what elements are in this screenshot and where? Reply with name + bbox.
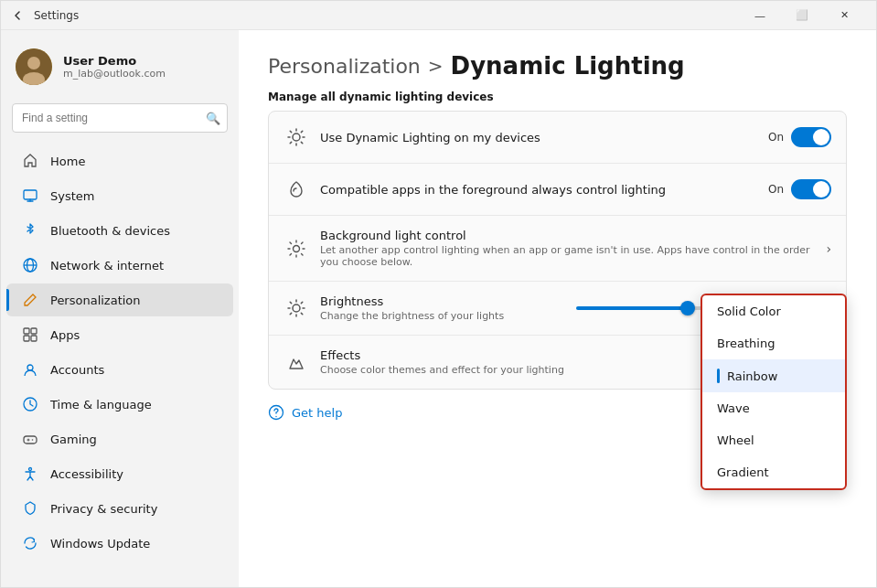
setting-background-light: Background light control Let another app… — [269, 216, 846, 282]
dropdown-rainbow[interactable]: Rainbow — [702, 359, 845, 392]
background-light-label: Background light control — [320, 229, 818, 242]
nav-time-label: Time & language — [50, 398, 152, 412]
nav-network-label: Network & internet — [50, 259, 164, 273]
breadcrumb-current: Dynamic Lighting — [451, 52, 685, 80]
nav-accessibility-label: Accessibility — [50, 467, 123, 481]
use-dynamic-label: Use Dynamic Lighting on my devices — [320, 131, 768, 144]
user-name: User Demo — [63, 54, 166, 68]
time-icon — [21, 395, 39, 413]
use-dynamic-toggle-label: On — [768, 131, 784, 144]
background-light-icon — [283, 236, 309, 262]
nav-accounts[interactable]: Accounts — [6, 353, 233, 386]
nav-bluetooth[interactable]: Bluetooth & devices — [6, 214, 233, 247]
main-layout: User Demo m_lab@outlook.com 🔍 Home — [1, 30, 876, 587]
svg-rect-3 — [24, 190, 37, 199]
nav-personalization-label: Personalization — [50, 294, 141, 307]
brightness-text: Brightness Change the brightness of your… — [320, 294, 576, 322]
search-input[interactable] — [12, 103, 228, 133]
brightness-icon — [283, 295, 309, 321]
svg-point-10 — [27, 365, 33, 370]
svg-rect-12 — [24, 436, 37, 444]
dropdown-breathing[interactable]: Breathing — [702, 327, 845, 359]
window-controls: — ⬜ ✕ — [739, 1, 865, 30]
dropdown-rainbow-label: Rainbow — [727, 369, 777, 383]
use-dynamic-toggle[interactable] — [791, 127, 831, 147]
nav-network[interactable]: Network & internet — [6, 249, 233, 282]
svg-point-16 — [294, 245, 300, 251]
minimize-button[interactable]: — — [739, 1, 781, 30]
breadcrumb-arrow: > — [428, 55, 444, 77]
settings-window: Settings — ⬜ ✕ User Demo m_l — [0, 0, 877, 588]
nav-accounts-label: Accounts — [50, 363, 104, 377]
use-dynamic-control: On — [768, 127, 831, 147]
background-light-chevron[interactable]: › — [826, 241, 831, 256]
dropdown-solid-color-label: Solid Color — [717, 305, 781, 318]
background-light-desc: Let another app control lighting when an… — [320, 244, 818, 268]
back-button[interactable] — [12, 8, 27, 23]
dropdown-wave[interactable]: Wave — [702, 392, 845, 424]
svg-rect-7 — [31, 328, 37, 334]
dropdown-wheel[interactable]: Wheel — [702, 424, 845, 456]
nav-apps-label: Apps — [50, 328, 80, 342]
svg-rect-9 — [31, 336, 37, 341]
nav-system-label: System — [50, 189, 94, 203]
dropdown-breathing-label: Breathing — [717, 337, 775, 350]
nav-bluetooth-label: Bluetooth & devices — [50, 224, 170, 238]
nav-system[interactable]: System — [6, 179, 233, 212]
nav-apps[interactable]: Apps — [6, 318, 233, 351]
user-email: m_lab@outlook.com — [63, 68, 166, 80]
maximize-button[interactable]: ⬜ — [781, 1, 823, 30]
nav-home-label: Home — [50, 155, 85, 168]
compatible-apps-toggle[interactable] — [791, 179, 831, 199]
dropdown-wave-label: Wave — [717, 401, 750, 415]
system-icon — [21, 187, 39, 205]
svg-rect-8 — [24, 336, 29, 341]
effects-dropdown: Solid Color Breathing Rainbow Wave Wheel… — [701, 294, 847, 490]
dropdown-gradient-label: Gradient — [717, 465, 769, 479]
nav-time[interactable]: Time & language — [6, 388, 233, 421]
sidebar: User Demo m_lab@outlook.com 🔍 Home — [1, 30, 239, 587]
search-icon: 🔍 — [206, 112, 220, 125]
user-info: User Demo m_lab@outlook.com — [63, 54, 166, 80]
home-icon — [21, 152, 39, 170]
dropdown-wheel-label: Wheel — [717, 433, 754, 447]
setting-compatible-apps: Compatible apps in the foreground always… — [269, 164, 846, 216]
network-icon — [21, 256, 39, 274]
help-link-label: Get help — [292, 406, 342, 420]
compatible-apps-text: Compatible apps in the foreground always… — [320, 183, 768, 197]
svg-point-14 — [29, 468, 32, 471]
user-section[interactable]: User Demo m_lab@outlook.com — [1, 37, 239, 100]
brightness-thumb — [680, 301, 695, 315]
nav-update-label: Windows Update — [50, 537, 150, 551]
compatible-apps-control: On — [768, 179, 831, 199]
compatible-apps-icon — [283, 176, 309, 202]
gaming-icon — [21, 430, 39, 448]
title-bar: Settings — ⬜ ✕ — [1, 1, 876, 30]
nav-home[interactable]: Home — [6, 144, 233, 177]
nav-personalization[interactable]: Personalization — [6, 283, 233, 316]
svg-point-17 — [293, 305, 300, 312]
breadcrumb-parent[interactable]: Personalization — [268, 55, 421, 78]
dropdown-solid-color[interactable]: Solid Color — [702, 295, 845, 327]
section-subtitle: Manage all dynamic lighting devices — [268, 91, 847, 103]
nav-privacy[interactable]: Privacy & security — [6, 492, 233, 525]
setting-use-dynamic: Use Dynamic Lighting on my devices On — [269, 112, 846, 164]
compatible-apps-toggle-label: On — [768, 183, 784, 196]
selected-bar — [717, 369, 720, 383]
use-dynamic-text: Use Dynamic Lighting on my devices — [320, 131, 768, 144]
brightness-label: Brightness — [320, 294, 576, 308]
apps-icon — [21, 326, 39, 344]
dynamic-lighting-icon — [283, 124, 309, 150]
background-light-text: Background light control Let another app… — [320, 229, 818, 268]
svg-point-19 — [275, 416, 276, 417]
close-button[interactable]: ✕ — [823, 1, 865, 30]
effects-icon — [283, 349, 309, 375]
nav-update[interactable]: Windows Update — [6, 527, 233, 560]
background-light-control: › — [818, 241, 831, 256]
breadcrumb: Personalization > Dynamic Lighting — [268, 52, 847, 80]
nav-accessibility[interactable]: Accessibility — [6, 457, 233, 490]
nav-privacy-label: Privacy & security — [50, 502, 157, 516]
svg-point-15 — [293, 134, 300, 141]
dropdown-gradient[interactable]: Gradient — [702, 456, 845, 488]
nav-gaming[interactable]: Gaming — [6, 422, 233, 455]
